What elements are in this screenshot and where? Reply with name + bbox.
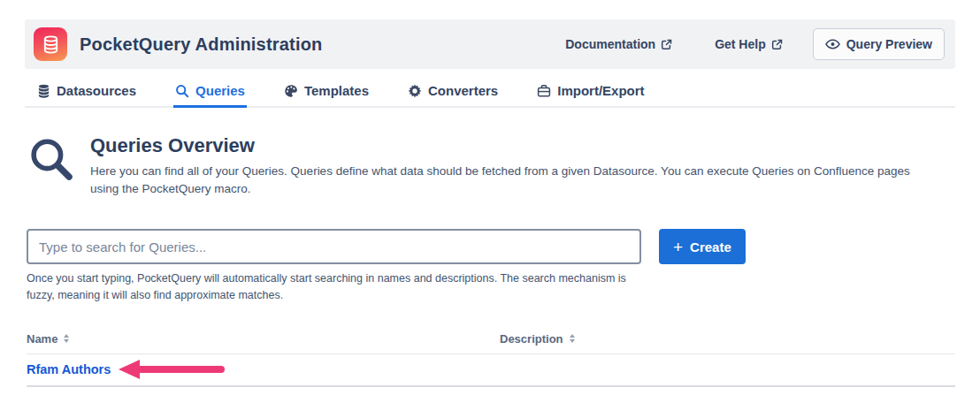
create-button-label: Create [690,239,731,254]
briefcase-icon [537,84,551,98]
search-helper-text: Once you start typing, PocketQuery will … [25,270,648,304]
annotation-arrow [119,360,226,379]
magnifier-icon [28,136,76,197]
database-logo-icon [41,34,61,55]
table-row: Rfam Authors [27,353,955,387]
table-header-row: Name Description [27,332,955,353]
column-header-name[interactable]: Name [27,332,500,346]
search-row: + Create [25,229,955,264]
header-bar: PocketQuery Administration Documentation… [25,19,955,69]
column-description-label: Description [500,332,563,346]
eye-icon [825,39,840,49]
database-icon [37,84,50,98]
sort-icon[interactable] [64,334,69,343]
pocketquery-logo [34,27,67,61]
search-icon [175,84,189,98]
query-preview-label: Query Preview [846,37,932,51]
get-help-link[interactable]: Get Help [715,37,783,51]
page-title: PocketQuery Administration [80,34,323,55]
section-description: Here you can find all of your Queries. Q… [90,163,922,197]
tab-templates[interactable]: Templates [282,78,371,108]
tab-queries[interactable]: Queries [173,78,247,108]
external-link-icon [661,39,672,50]
tab-import-export[interactable]: Import/Export [535,78,646,108]
admin-tab-bar: Datasources Queries Templ [25,78,955,108]
get-help-link-label: Get Help [715,37,766,51]
plus-icon: + [673,239,683,255]
external-link-icon [771,39,783,50]
documentation-link-label: Documentation [565,37,655,51]
column-header-description[interactable]: Description [500,332,575,346]
pocketquery-admin-page: PocketQuery Administration Documentation… [0,0,980,387]
overview-text-block: Queries Overview Here you can find all o… [90,134,922,197]
queries-table: Name Description Rfam Authors [25,332,955,387]
column-name-label: Name [27,332,57,346]
search-input[interactable] [27,229,641,264]
query-row-name-cell: Rfam Authors [27,360,500,379]
tab-import-export-label: Import/Export [557,83,644,98]
palette-icon [284,84,298,98]
tab-queries-label: Queries [195,83,245,98]
tab-datasources[interactable]: Datasources [35,78,138,108]
query-preview-button[interactable]: Query Preview [813,28,945,60]
gear-icon [408,84,422,98]
query-link-rfam-authors[interactable]: Rfam Authors [27,362,111,376]
sort-icon[interactable] [570,334,575,343]
tab-converters[interactable]: Converters [406,78,500,108]
tab-templates-label: Templates [304,83,369,98]
tab-converters-label: Converters [428,83,498,98]
section-title: Queries Overview [90,134,922,157]
documentation-link[interactable]: Documentation [565,37,672,51]
tab-datasources-label: Datasources [57,83,136,98]
queries-overview-section: Queries Overview Here you can find all o… [25,134,955,197]
create-button[interactable]: + Create [659,229,746,264]
